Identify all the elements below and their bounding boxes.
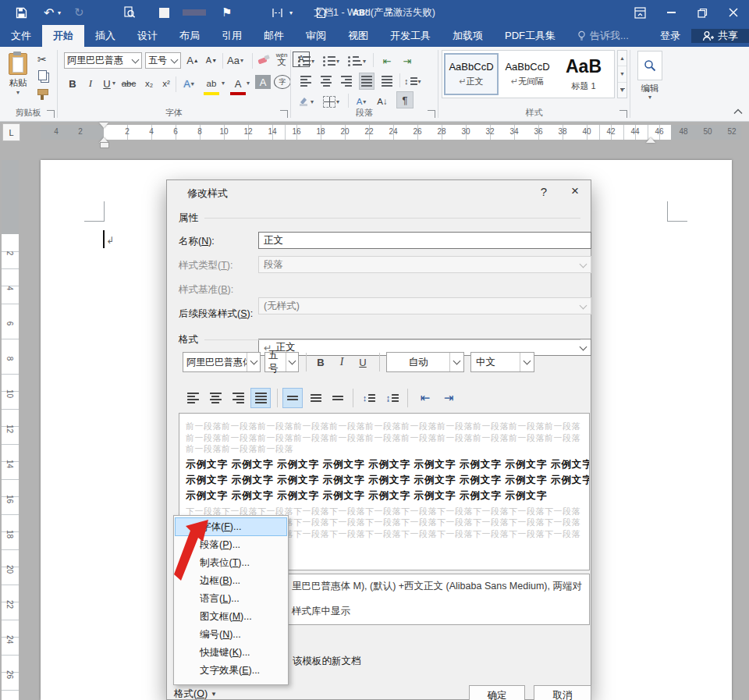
style-card-no-spacing[interactable]: AaBbCcD ↵无间隔	[500, 53, 555, 95]
paragraph-dialog-launcher[interactable]	[428, 110, 435, 118]
tab-设计[interactable]: 设计	[126, 25, 169, 47]
margins-dropdown-icon[interactable]: ▾	[289, 5, 293, 20]
highlight-dropdown-icon[interactable]: ▾	[222, 80, 225, 87]
dialog-bold-button[interactable]: B	[311, 352, 331, 372]
margins-icon[interactable]	[272, 5, 285, 20]
dialog-justify-button[interactable]	[250, 388, 271, 408]
save-icon[interactable]	[16, 5, 27, 20]
dialog-align-left-button[interactable]	[183, 388, 203, 408]
tab-stop-selector[interactable]: L	[2, 123, 20, 141]
sign-in-button[interactable]: 登录	[649, 29, 691, 43]
dialog-increase-indent-button[interactable]: ⇥	[438, 388, 459, 408]
clear-formatting-icon[interactable]	[257, 54, 270, 68]
style-card-heading1[interactable]: AaB 标题 1	[556, 53, 611, 95]
print-preview-icon[interactable]	[123, 5, 136, 20]
paste-button[interactable]: 粘贴 ▾	[6, 53, 30, 96]
underline-dropdown-icon[interactable]: ▾	[112, 80, 115, 87]
menu-item-8[interactable]: 快捷键(K)...	[174, 644, 288, 662]
dialog-underline-button[interactable]: U	[353, 352, 373, 372]
styles-more-icon[interactable]: ▼	[618, 82, 627, 98]
restore-icon[interactable]	[687, 0, 718, 25]
ribbon-display-options-icon[interactable]	[624, 0, 655, 25]
editing-button[interactable]: 编辑	[631, 83, 669, 94]
superscript-button[interactable]: x²	[158, 75, 174, 92]
left-indent-marker[interactable]	[100, 142, 109, 148]
shrink-font-button[interactable]: A▼	[204, 52, 219, 69]
styles-dialog-launcher[interactable]	[619, 110, 627, 118]
dialog-font-color-combo[interactable]: 自动	[386, 352, 464, 372]
tell-me-box[interactable]: 告诉我...	[566, 25, 640, 47]
name-input[interactable]: 正文	[258, 232, 591, 249]
decrease-indent-icon[interactable]: ⇤	[379, 52, 395, 69]
italic-button[interactable]: I	[83, 75, 98, 92]
format-painter-icon[interactable]	[37, 89, 48, 100]
undo-icon[interactable]: ↶	[44, 5, 54, 20]
align-right-icon[interactable]	[339, 73, 354, 90]
redo-icon[interactable]: ↻	[74, 5, 84, 20]
align-center-icon[interactable]	[318, 73, 334, 90]
undo-dropdown-icon[interactable]: ▾	[58, 5, 61, 20]
dialog-1-5-spacing-button[interactable]	[306, 388, 326, 408]
collapse-ribbon-icon[interactable]	[733, 104, 743, 118]
flag-icon[interactable]: ⚑	[222, 5, 232, 20]
close-icon[interactable]	[718, 0, 749, 25]
dialog-increase-space-before-button[interactable]: ↕	[359, 388, 379, 408]
ok-button[interactable]: 确定	[469, 685, 525, 700]
styles-scroll-down-icon[interactable]: ▼	[618, 66, 627, 81]
menu-item-6[interactable]: 图文框(M)...	[174, 608, 288, 626]
first-line-indent-marker[interactable]	[99, 123, 108, 133]
dialog-align-center-button[interactable]	[205, 388, 225, 408]
footnote-icon[interactable]: AB¹	[353, 5, 368, 20]
menu-item-5[interactable]: 语言(L)...	[174, 590, 288, 608]
tab-加载项[interactable]: 加载项	[442, 25, 494, 47]
styles-scroll-up-icon[interactable]: ▲	[618, 51, 627, 66]
distribute-icon[interactable]	[379, 73, 395, 90]
tab-视图[interactable]: 视图	[337, 25, 379, 47]
editing-dropdown-icon[interactable]: ▾	[631, 94, 669, 101]
change-case-button[interactable]: Aa▾	[227, 52, 243, 69]
right-indent-marker[interactable]	[646, 133, 655, 143]
bold-button[interactable]: B	[65, 75, 80, 92]
grow-font-button[interactable]: A▲	[185, 52, 201, 69]
tab-邮件[interactable]: 邮件	[253, 25, 295, 47]
style-card-normal[interactable]: AaBbCcD ↵正文	[444, 53, 499, 95]
menu-item-7[interactable]: 编号(N)...	[174, 626, 288, 644]
increase-indent-icon[interactable]: ⇥	[399, 52, 415, 69]
phonetic-guide-button[interactable]: wén文	[274, 50, 289, 67]
font-color-dropdown-icon[interactable]: ▾	[247, 80, 250, 87]
dialog-double-spacing-button[interactable]	[328, 388, 348, 408]
dialog-font-combo[interactable]: 阿里巴巴普惠体	[183, 352, 261, 372]
dialog-language-combo[interactable]: 中文	[470, 352, 534, 372]
dialog-single-spacing-button[interactable]	[282, 388, 303, 408]
character-shading-button[interactable]: A	[255, 75, 271, 89]
tab-开始[interactable]: 开始	[42, 25, 84, 47]
menu-item-9[interactable]: 文字效果(E)...	[174, 662, 288, 680]
dialog-close-button[interactable]: ×	[559, 180, 591, 202]
dialog-decrease-space-before-button[interactable]: ↨	[382, 388, 403, 408]
tab-PDF工具集[interactable]: PDF工具集	[494, 25, 566, 47]
enclose-characters-button[interactable]: 字	[274, 75, 291, 89]
search-icon[interactable]	[637, 51, 662, 80]
qat-more-icon[interactable]: ▾	[386, 5, 392, 20]
highlight-button[interactable]: ab	[204, 75, 219, 95]
font-color-button[interactable]: A	[230, 75, 246, 95]
cut-icon[interactable]: ✂	[37, 53, 47, 66]
align-left-icon[interactable]	[298, 73, 314, 90]
text-effects-button[interactable]: A▾	[181, 75, 197, 92]
font-name-combo[interactable]: 阿里巴巴普惠	[64, 52, 142, 69]
new-page-icon[interactable]	[316, 5, 326, 20]
font-dialog-launcher[interactable]	[280, 110, 288, 118]
dialog-size-combo[interactable]: 五号	[264, 352, 299, 372]
line-spacing-icon[interactable]: ↕▾	[404, 73, 421, 90]
tab-引用[interactable]: 引用	[211, 25, 253, 47]
subscript-button[interactable]: x₂	[141, 75, 157, 92]
share-button[interactable]: 共享	[691, 29, 749, 43]
paste-dropdown-icon[interactable]: ▾	[6, 89, 30, 96]
multilevel-list-icon[interactable]: ▾	[348, 52, 366, 69]
tab-布局[interactable]: 布局	[169, 25, 211, 47]
show-paragraph-marks-icon[interactable]: ¶	[396, 91, 414, 108]
dialog-decrease-indent-button[interactable]: ⇤	[415, 388, 435, 408]
format-menu-button[interactable]: 格式(O)▼	[174, 688, 217, 700]
numbered-list-icon[interactable]: ▾	[323, 52, 339, 69]
justify-icon[interactable]	[359, 73, 374, 90]
